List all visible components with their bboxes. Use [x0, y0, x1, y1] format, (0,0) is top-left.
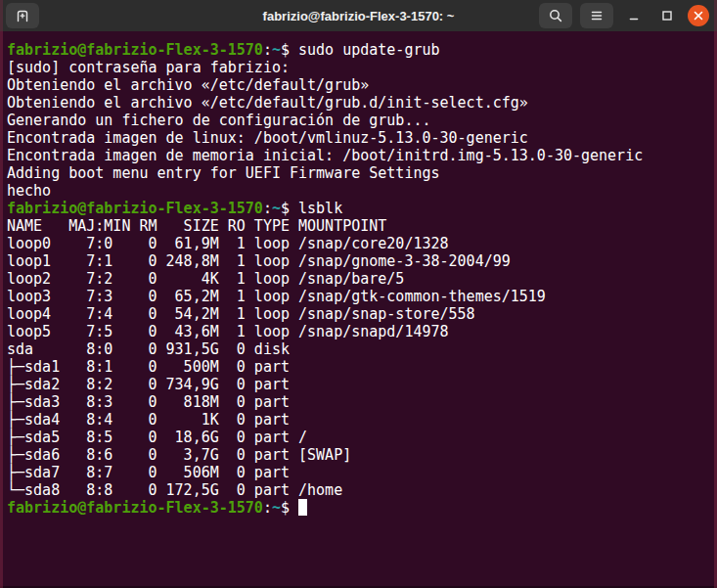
terminal-line: fabrizio@fabrizio-Flex-3-1570:~$ [7, 499, 717, 517]
text-segment: ├─sda4 8:4 0 1K 0 part [7, 411, 298, 429]
text-segment: NAME MAJ:MIN RM SIZE RO TYPE MOUNTPOINT [7, 217, 386, 235]
text-segment: ├─sda2 8:2 0 734,9G 0 part [7, 376, 298, 393]
text-segment: Encontrada imagen de memoria inicial: /b… [7, 147, 643, 164]
text-segment: loop1 7:1 0 248,8M 1 loop /snap/gnome-3-… [7, 252, 511, 270]
terminal-line: loop3 7:3 0 65,2M 1 loop /snap/gtk-commo… [7, 288, 717, 305]
text-segment: loop3 7:3 0 65,2M 1 loop /snap/gtk-commo… [7, 288, 546, 305]
text-segment: ~ [272, 499, 281, 517]
text-segment: loop2 7:2 0 4K 1 loop /snap/bare/5 [7, 270, 404, 288]
text-segment: fabrizio@fabrizio-Flex-3-1570 [7, 200, 263, 217]
terminal-line: ├─sda4 8:4 0 1K 0 part [7, 411, 717, 429]
text-segment: ├─sda6 8:6 0 3,7G 0 part [SWAP] [7, 446, 351, 464]
text-segment: Obteniendo el archivo «/etc/default/grub… [7, 76, 369, 94]
terminal-line: Encontrada imagen de memoria inicial: /b… [7, 147, 717, 164]
titlebar[interactable]: fabrizio@fabrizio-Flex-3-1570: ~ [0, 0, 717, 31]
text-segment: Obteniendo el archivo «/etc/default/grub… [7, 94, 528, 112]
terminal-line: hecho [7, 182, 717, 200]
terminal-cursor [298, 499, 307, 516]
text-segment: ├─sda7 8:7 0 506M 0 part [7, 464, 298, 481]
text-segment: : [263, 200, 272, 217]
text-segment: ├─sda1 8:1 0 500M 0 part [7, 358, 298, 376]
text-segment: fabrizio@fabrizio-Flex-3-1570 [7, 499, 263, 517]
terminal-line: fabrizio@fabrizio-Flex-3-1570:~$ lsblk [7, 200, 717, 217]
text-segment: ~ [272, 200, 281, 217]
terminal-line: ├─sda3 8:3 0 818M 0 part [7, 393, 717, 411]
terminal-line: ├─sda7 8:7 0 506M 0 part [7, 464, 717, 481]
terminal-window: fabrizio@fabrizio-Flex-3-1570: ~ [0, 0, 717, 588]
search-button[interactable] [539, 3, 572, 28]
text-segment: ├─sda3 8:3 0 818M 0 part [7, 393, 298, 411]
text-segment: ├─sda5 8:5 0 18,6G 0 part / [7, 429, 307, 446]
new-tab-icon [15, 8, 30, 23]
terminal-line: Obteniendo el archivo «/etc/default/grub… [7, 76, 717, 94]
text-segment: hecho [7, 182, 51, 200]
text-segment: $ sudo update-grub [281, 41, 440, 59]
menu-icon [589, 8, 605, 23]
terminal-line: loop4 7:4 0 54,2M 1 loop /snap/snap-stor… [7, 305, 717, 323]
text-segment: loop5 7:5 0 43,6M 1 loop /snap/snapd/149… [7, 323, 449, 340]
terminal-line: Encontrada imagen de linux: /boot/vmlinu… [7, 129, 717, 147]
terminal-line: ├─sda2 8:2 0 734,9G 0 part [7, 376, 717, 393]
terminal-line: loop2 7:2 0 4K 1 loop /snap/bare/5 [7, 270, 717, 288]
text-segment: fabrizio@fabrizio-Flex-3-1570 [7, 41, 263, 59]
text-segment: ~ [272, 41, 281, 59]
terminal-line: sda 8:0 0 931,5G 0 disk [7, 340, 717, 358]
text-segment: sda 8:0 0 931,5G 0 disk [7, 340, 298, 358]
text-segment: Encontrada imagen de linux: /boot/vmlinu… [7, 129, 528, 147]
terminal-line: ├─sda1 8:1 0 500M 0 part [7, 358, 717, 376]
search-icon [548, 8, 563, 23]
terminal-line: Generando un fichero de configuración de… [7, 112, 717, 129]
text-segment: [sudo] contraseña para fabrizio: [7, 59, 298, 76]
terminal-line: Adding boot menu entry for UEFI Firmware… [7, 164, 717, 182]
minimize-icon [626, 8, 642, 23]
menu-button[interactable] [580, 3, 613, 28]
maximize-icon [659, 8, 675, 23]
terminal-line: ├─sda6 8:6 0 3,7G 0 part [SWAP] [7, 446, 717, 464]
text-segment: Generando un fichero de configuración de… [7, 112, 430, 129]
terminal-line: loop0 7:0 0 61,9M 1 loop /snap/core20/13… [7, 235, 717, 252]
terminal-line: NAME MAJ:MIN RM SIZE RO TYPE MOUNTPOINT [7, 217, 717, 235]
text-segment: : [263, 41, 272, 59]
minimize-button[interactable] [621, 3, 647, 28]
terminal-line: loop1 7:1 0 248,8M 1 loop /snap/gnome-3-… [7, 252, 717, 270]
text-segment: Adding boot menu entry for UEFI Firmware… [7, 164, 440, 182]
text-segment: └─sda8 8:8 0 172,5G 0 part /home [7, 481, 342, 499]
terminal-line: Obteniendo el archivo «/etc/default/grub… [7, 94, 717, 112]
text-segment: loop0 7:0 0 61,9M 1 loop /snap/core20/13… [7, 235, 449, 252]
text-segment: $ lsblk [281, 200, 342, 217]
terminal-line: loop5 7:5 0 43,6M 1 loop /snap/snapd/149… [7, 323, 717, 340]
terminal-line: └─sda8 8:8 0 172,5G 0 part /home [7, 481, 717, 499]
new-tab-button[interactable] [6, 3, 39, 28]
maximize-button[interactable] [654, 3, 680, 28]
text-segment: $ [281, 499, 298, 517]
text-segment: : [263, 499, 272, 517]
close-icon [692, 9, 705, 23]
terminal-line: ├─sda5 8:5 0 18,6G 0 part / [7, 429, 717, 446]
terminal[interactable]: fabrizio@fabrizio-Flex-3-1570:~$ sudo up… [0, 31, 717, 517]
terminal-line: fabrizio@fabrizio-Flex-3-1570:~$ sudo up… [7, 41, 717, 59]
close-button[interactable] [688, 5, 709, 26]
text-segment: loop4 7:4 0 54,2M 1 loop /snap/snap-stor… [7, 305, 475, 323]
terminal-line: [sudo] contraseña para fabrizio: [7, 59, 717, 76]
